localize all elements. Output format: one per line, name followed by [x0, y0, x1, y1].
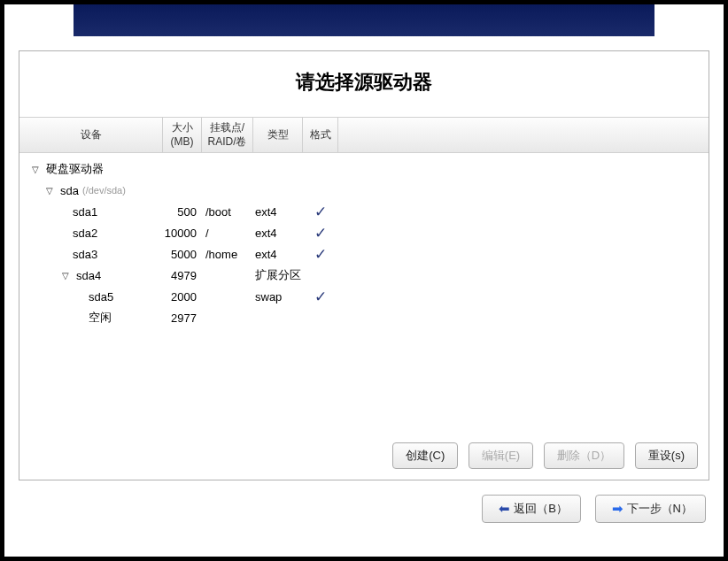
reset-button[interactable]: 重设(s)	[635, 442, 698, 469]
edit-button: 编辑(E)	[469, 442, 533, 469]
partition-row[interactable]: 空闲2977	[19, 307, 709, 328]
disk-hint: (/dev/sda)	[82, 185, 126, 196]
partition-format: ✓	[303, 245, 338, 264]
partition-name: sda5	[89, 290, 113, 304]
partition-name: sda2	[73, 227, 97, 240]
partition-type: swap	[253, 290, 303, 304]
col-header-device[interactable]: 设备	[19, 118, 163, 152]
partition-size: 4979	[163, 269, 202, 282]
col-header-size[interactable]: 大小 (MB)	[163, 118, 202, 152]
arrow-right-icon: ➡	[612, 501, 623, 517]
nav-button-bar: ⬅ 返回（B） ➡ 下一步（N）	[4, 495, 724, 539]
root-label: 硬盘驱动器	[46, 161, 104, 177]
page-title: 请选择源驱动器	[19, 69, 709, 96]
partition-row[interactable]: ▽sda44979扩展分区	[19, 265, 709, 286]
tree-disk-row[interactable]: ▽ sda (/dev/sda)	[19, 180, 709, 201]
next-label: 下一步（N）	[627, 501, 693, 517]
delete-button: 删除（D）	[544, 442, 624, 469]
back-button[interactable]: ⬅ 返回（B）	[482, 495, 581, 523]
check-icon: ✓	[314, 225, 327, 242]
partition-size: 2977	[163, 311, 202, 325]
col-header-type[interactable]: 类型	[253, 118, 303, 152]
col-header-format[interactable]: 格式	[303, 118, 338, 152]
partition-size: 500	[163, 205, 202, 219]
back-label: 返回（B）	[514, 501, 568, 517]
title-area: 请选择源驱动器	[19, 51, 709, 117]
partition-name: 空闲	[89, 310, 112, 326]
partition-mount: /home	[202, 248, 253, 261]
arrow-left-icon: ⬅	[499, 501, 510, 517]
col-header-mount[interactable]: 挂载点/ RAID/卷	[202, 118, 253, 152]
partition-tree[interactable]: ▽ 硬盘驱动器 ▽ sda (/dev/sda) sda1500/bootext…	[19, 153, 709, 434]
partition-type: ext4	[253, 205, 303, 219]
check-icon: ✓	[314, 288, 327, 305]
triangle-down-icon[interactable]: ▽	[32, 165, 41, 174]
partition-size: 10000	[163, 227, 202, 240]
partition-row[interactable]: sda1500/bootext4✓	[19, 201, 709, 222]
disk-name: sda	[60, 184, 79, 197]
partition-size: 5000	[163, 248, 202, 261]
triangle-down-icon[interactable]: ▽	[62, 271, 71, 280]
create-button[interactable]: 创建(C)	[392, 442, 458, 469]
partition-type: ext4	[253, 227, 303, 240]
main-panel: 请选择源驱动器 设备 大小 (MB) 挂载点/ RAID/卷 类型 格式 ▽ 硬…	[19, 50, 709, 480]
check-icon: ✓	[314, 204, 327, 220]
header-banner	[74, 4, 654, 36]
partition-name: sda1	[73, 205, 97, 219]
partition-name: sda4	[76, 269, 101, 282]
panel-button-bar: 创建(C) 编辑(E) 删除（D） 重设(s)	[19, 434, 709, 480]
partition-format: ✓	[303, 224, 338, 242]
partition-name: sda3	[73, 248, 97, 261]
partition-format: ✓	[303, 203, 338, 221]
partition-row[interactable]: sda52000swap✓	[19, 286, 709, 307]
partition-size: 2000	[163, 290, 202, 304]
tree-root-row[interactable]: ▽ 硬盘驱动器	[19, 158, 709, 180]
triangle-down-icon[interactable]: ▽	[46, 186, 55, 196]
partition-type: 扩展分区	[253, 267, 303, 283]
window: 请选择源驱动器 设备 大小 (MB) 挂载点/ RAID/卷 类型 格式 ▽ 硬…	[4, 4, 724, 557]
next-button[interactable]: ➡ 下一步（N）	[595, 495, 706, 523]
partition-row[interactable]: sda35000/homeext4✓	[19, 243, 709, 265]
partition-type: ext4	[253, 248, 303, 261]
partition-mount: /boot	[202, 205, 253, 219]
partition-format: ✓	[303, 288, 338, 306]
partition-row[interactable]: sda210000/ext4✓	[19, 222, 709, 243]
check-icon: ✓	[314, 246, 327, 263]
partition-mount: /	[202, 227, 253, 240]
table-header: 设备 大小 (MB) 挂载点/ RAID/卷 类型 格式	[19, 117, 709, 153]
